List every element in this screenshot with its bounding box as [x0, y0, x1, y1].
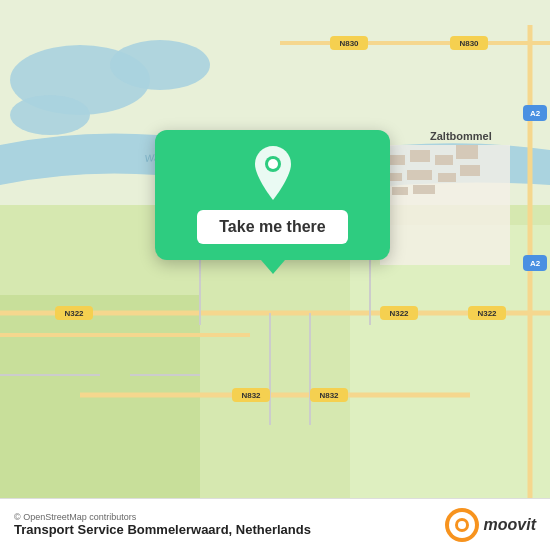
svg-text:N832: N832	[319, 391, 339, 400]
svg-rect-12	[390, 173, 402, 181]
svg-rect-16	[392, 187, 408, 195]
svg-point-2	[110, 40, 210, 90]
map-background: N322 N322 N322 N832 N832 N830 N830 A2 A2…	[0, 0, 550, 550]
svg-text:N832: N832	[241, 391, 261, 400]
svg-text:A2: A2	[530, 109, 541, 118]
moovit-icon	[444, 507, 480, 543]
map-container: N322 N322 N322 N832 N832 N830 N830 A2 A2…	[0, 0, 550, 550]
svg-rect-6	[350, 225, 550, 525]
svg-text:N322: N322	[64, 309, 84, 318]
location-pin-icon	[247, 148, 299, 200]
take-me-there-button[interactable]: Take me there	[197, 210, 347, 244]
popup-card: Take me there	[155, 130, 390, 260]
moovit-text: moovit	[484, 516, 536, 534]
svg-rect-5	[0, 295, 200, 525]
svg-rect-17	[413, 185, 435, 194]
svg-rect-14	[438, 173, 456, 182]
svg-point-3	[10, 95, 90, 135]
svg-rect-9	[410, 150, 430, 162]
svg-text:A2: A2	[530, 259, 541, 268]
svg-text:N322: N322	[477, 309, 497, 318]
bottom-left-info: © OpenStreetMap contributors Transport S…	[14, 512, 311, 537]
location-name: Transport Service Bommelerwaard, Netherl…	[14, 522, 311, 537]
bottom-bar: © OpenStreetMap contributors Transport S…	[0, 498, 550, 550]
moovit-logo: moovit	[444, 507, 536, 543]
svg-rect-10	[435, 155, 453, 165]
svg-text:N830: N830	[339, 39, 359, 48]
svg-rect-11	[456, 145, 478, 159]
svg-point-54	[458, 521, 466, 529]
copyright-text: © OpenStreetMap contributors	[14, 512, 311, 522]
svg-rect-8	[390, 155, 405, 165]
svg-rect-13	[407, 170, 432, 180]
svg-point-50	[268, 159, 278, 169]
svg-text:Zaltbommel: Zaltbommel	[430, 130, 492, 142]
svg-text:N830: N830	[459, 39, 479, 48]
svg-text:N322: N322	[389, 309, 409, 318]
svg-rect-15	[460, 165, 480, 176]
